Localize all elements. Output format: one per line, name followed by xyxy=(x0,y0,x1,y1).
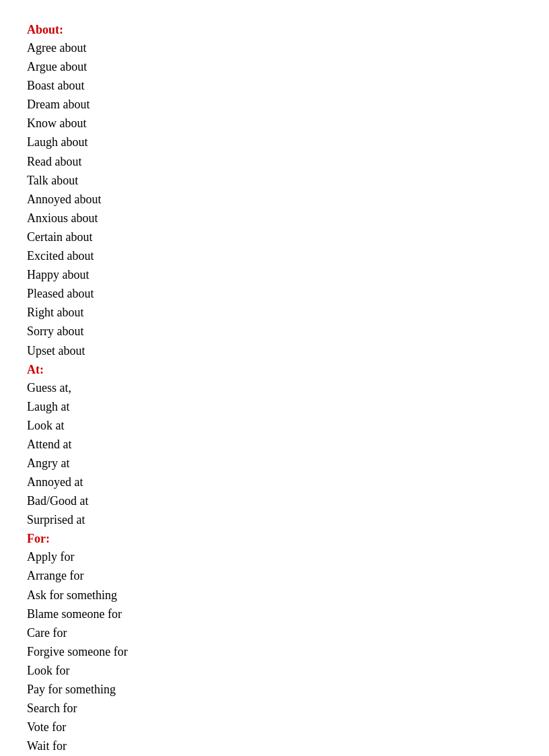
list-item: Agree about xyxy=(27,38,522,57)
list-item: Right about xyxy=(27,303,522,322)
list-item: Read about xyxy=(27,152,522,171)
list-item: Look at xyxy=(27,416,522,435)
list-item: Guess at, xyxy=(27,378,522,397)
list-item: Wait for xyxy=(27,736,522,755)
list-item: Pay for something xyxy=(27,680,522,699)
list-item: Boast about xyxy=(27,76,522,95)
list-item: Upset about xyxy=(27,341,522,360)
list-item: Laugh at xyxy=(27,397,522,416)
list-item: Blame someone for xyxy=(27,605,522,623)
section-header-about: About: xyxy=(27,23,522,37)
list-item: Know about xyxy=(27,114,522,133)
list-item: Arrange for xyxy=(27,566,522,585)
list-item: Surprised at xyxy=(27,510,522,529)
list-item: Attend at xyxy=(27,435,522,454)
list-item: Pleased about xyxy=(27,284,522,303)
section-header-for: For: xyxy=(27,532,522,546)
list-item: Apply for xyxy=(27,547,522,566)
list-item: Look for xyxy=(27,661,522,680)
list-item: Vote for xyxy=(27,718,522,736)
list-item: Ask for something xyxy=(27,586,522,605)
list-item: Laugh about xyxy=(27,133,522,151)
list-item: Care for xyxy=(27,623,522,642)
list-item: Argue about xyxy=(27,57,522,76)
section-header-at: At: xyxy=(27,363,522,377)
main-content: About:Agree aboutArgue aboutBoast aboutD… xyxy=(27,23,522,756)
list-item: Dream about xyxy=(27,95,522,114)
list-item: Certain about xyxy=(27,228,522,246)
list-item: Angry at xyxy=(27,454,522,473)
list-item: Sorry about xyxy=(27,322,522,341)
list-item: Talk about xyxy=(27,171,522,190)
list-item: Forgive someone for xyxy=(27,642,522,661)
list-item: Anxious about xyxy=(27,209,522,228)
list-item: Bad/Good at xyxy=(27,491,522,510)
list-item: Excited about xyxy=(27,246,522,265)
list-item: Annoyed at xyxy=(27,473,522,491)
list-item: Search for xyxy=(27,699,522,718)
list-item: Annoyed about xyxy=(27,190,522,209)
list-item: Happy about xyxy=(27,265,522,284)
